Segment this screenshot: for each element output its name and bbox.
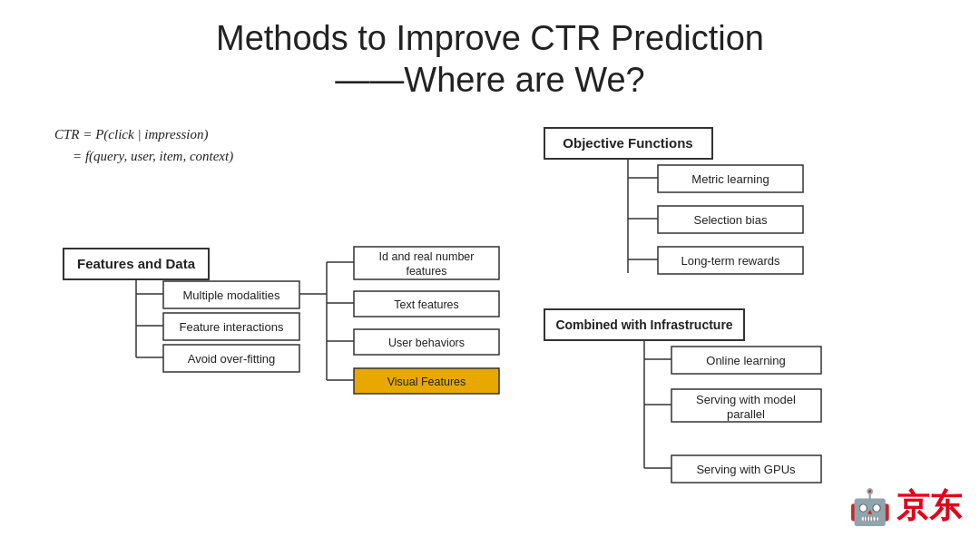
svg-text:Visual Features: Visual Features <box>387 376 466 388</box>
svg-text:Objective Functions: Objective Functions <box>563 135 692 151</box>
svg-text:Combined with Infrastructure: Combined with Infrastructure <box>555 317 732 332</box>
objective-functions-tree: Objective Functions Metric learning Sele… <box>535 119 980 300</box>
formula-line1: CTR = P(click | impression) <box>54 123 517 145</box>
svg-text:features: features <box>406 265 446 278</box>
infrastructure-tree: Combined with Infrastructure Online lear… <box>535 300 980 491</box>
svg-text:Long-term rewards: Long-term rewards <box>681 254 780 268</box>
jd-brand-text: 京东 <box>897 484 962 529</box>
svg-text:Feature interactions: Feature interactions <box>180 320 284 334</box>
svg-text:Features and Data: Features and Data <box>77 256 196 271</box>
svg-text:Text features: Text features <box>394 298 459 311</box>
svg-text:Serving with GPUs: Serving with GPUs <box>696 463 796 476</box>
right-panel: Objective Functions Metric learning Sele… <box>517 119 980 491</box>
left-panel: CTR = P(click | impression) = f(query, u… <box>36 119 517 491</box>
formula: CTR = P(click | impression) = f(query, u… <box>54 123 517 167</box>
title-line2: ——Where are We? <box>335 61 644 99</box>
jd-robot-icon: 🤖 <box>848 490 891 524</box>
svg-text:Serving with model: Serving with model <box>696 393 796 406</box>
svg-text:Metric learning: Metric learning <box>691 172 769 186</box>
title-line1: Methods to Improve CTR Prediction <box>216 19 764 57</box>
features-data-tree: Features and Data Multiple modalities Fe… <box>54 194 517 403</box>
svg-text:Avoid over-fitting: Avoid over-fitting <box>188 352 276 366</box>
svg-text:Online learning: Online learning <box>706 354 785 367</box>
main-title: Methods to Improve CTR Prediction ——Wher… <box>36 18 944 101</box>
title-area: Methods to Improve CTR Prediction ——Wher… <box>36 18 944 101</box>
svg-text:Id and real number: Id and real number <box>379 250 475 263</box>
svg-text:Multiple modalities: Multiple modalities <box>183 288 280 302</box>
svg-text:Selection bias: Selection bias <box>694 213 768 227</box>
jd-logo: 🤖 京东 <box>848 484 962 529</box>
svg-text:parallel: parallel <box>727 407 765 421</box>
formula-line2: = f(query, user, item, context) <box>54 145 517 167</box>
svg-text:User behaviors: User behaviors <box>388 337 465 349</box>
slide: Methods to Improve CTR Prediction ——Wher… <box>0 0 980 547</box>
